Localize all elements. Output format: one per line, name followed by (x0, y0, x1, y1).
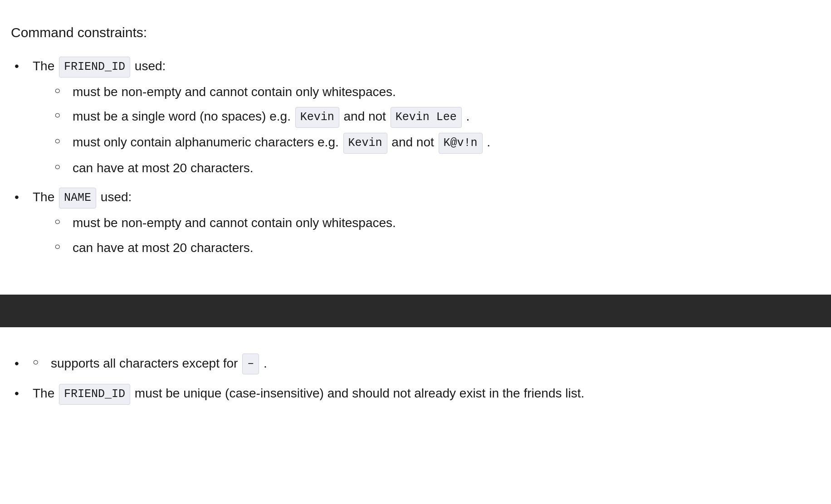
outer-list-bottom: supports all characters except for – . T… (11, 354, 820, 405)
sub-text-2-1: must be non-empty and cannot contain onl… (73, 216, 396, 230)
sub-item-2-1: must be non-empty and cannot contain onl… (54, 213, 820, 233)
sub-text-1-1: must be non-empty and cannot contain onl… (73, 85, 396, 99)
code-name: NAME (59, 188, 96, 208)
code-friend-id-1: FRIEND_ID (59, 57, 130, 78)
code-dash: – (242, 354, 259, 374)
sub-text-1-4: can have at most 20 characters. (73, 161, 253, 175)
text-unique: must be unique (case-insensitive) and sh… (131, 386, 584, 400)
sub-text-supports: supports all characters except for – . (51, 356, 267, 370)
sub-text-1-2: must be a single word (no spaces) e.g. K… (73, 109, 469, 123)
sub-item-2-2: can have at most 20 characters. (54, 238, 820, 258)
dark-divider (0, 295, 831, 327)
inner-list-bottom-sub: supports all characters except for – . (11, 354, 820, 375)
sub-item-supports: supports all characters except for – . (33, 354, 820, 375)
code-friend-id-2: FRIEND_ID (59, 384, 130, 405)
list-item-friend-id: The FRIEND_ID used: must be non-empty an… (11, 56, 820, 178)
list-item-bottom-sub: supports all characters except for – . (11, 354, 820, 375)
text-used-1: used: (131, 59, 166, 73)
text-the-1: The (33, 59, 58, 73)
inner-list-friend-id: must be non-empty and cannot contain onl… (33, 82, 820, 179)
text-the-3: The (33, 386, 58, 400)
text-used-2: used: (97, 190, 132, 204)
list-item-name: The NAME used: must be non-empty and can… (11, 187, 820, 258)
section-title: Command constraints: (11, 22, 820, 44)
text-the-2: The (33, 190, 58, 204)
code-kevin-1: Kevin (295, 107, 339, 128)
sub-item-1-3: must only contain alphanumeric character… (54, 132, 820, 154)
top-section: Command constraints: The FRIEND_ID used:… (0, 0, 831, 295)
code-kevin-lee: Kevin Lee (391, 107, 462, 128)
sub-item-1-2: must be a single word (no spaces) e.g. K… (54, 107, 820, 128)
outer-list-top: The FRIEND_ID used: must be non-empty an… (11, 56, 820, 258)
inner-list-name: must be non-empty and cannot contain onl… (33, 213, 820, 258)
sub-text-2-2: can have at most 20 characters. (73, 241, 253, 255)
sub-item-1-4: can have at most 20 characters. (54, 158, 820, 179)
list-item-unique: The FRIEND_ID must be unique (case-insen… (11, 383, 820, 405)
code-kevin-special: K@v!n (439, 133, 483, 154)
code-kevin-2: Kevin (343, 133, 387, 154)
sub-item-1-1: must be non-empty and cannot contain onl… (54, 82, 820, 102)
sub-text-1-3: must only contain alphanumeric character… (73, 135, 490, 149)
bottom-section: supports all characters except for – . T… (0, 327, 831, 441)
